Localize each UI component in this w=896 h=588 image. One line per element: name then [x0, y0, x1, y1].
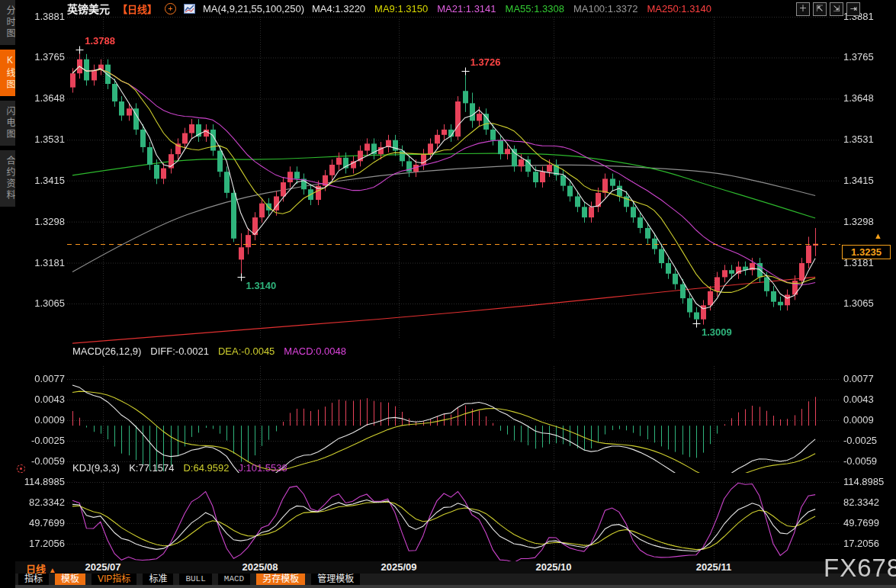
chart-toolbar-icons: ＋⇱⇲⇥ — [796, 2, 896, 16]
macd-axis-label: 0.0077 — [21, 373, 65, 384]
toolbar-button-7[interactable]: 另存模板 — [256, 574, 305, 585]
toolbar-button-5[interactable]: BULL — [179, 574, 211, 585]
price-axis-label: 1.3648 — [21, 92, 65, 104]
zoom-in-icon[interactable]: ⇱ — [813, 2, 827, 16]
price-chart-canvas[interactable] — [0, 0, 896, 588]
kdj-axis-label: 82.3342 — [21, 496, 65, 508]
macd-value: MACD:0.0048 — [284, 345, 346, 357]
price-axis-label: 1.3881 — [21, 11, 65, 22]
price-annotation-low: 1.3140 — [246, 280, 277, 291]
toolbar-button-1[interactable]: 指标 — [18, 574, 49, 585]
price-marker-arrow-icon: ▲ — [874, 231, 882, 240]
macd-dea-value: DEA:-0.0045 — [218, 345, 275, 357]
period-tag[interactable]: 【日线】 — [117, 2, 157, 16]
left-sidebar: 分时图K线图闪电图合约资料 — [0, 0, 15, 588]
macd-diff-value: DIFF:-0.0021 — [150, 345, 209, 357]
kdj-d-value: D:64.9592 — [183, 462, 229, 474]
shift-right-icon[interactable]: ⇥ — [846, 2, 860, 16]
sidebar-tab-1[interactable]: 分时图 — [0, 0, 15, 45]
kdj-axis-label: 49.7699 — [843, 517, 892, 529]
price-annotation-low: 1.3009 — [702, 326, 732, 338]
toolbar-button-4[interactable]: 标准 — [143, 574, 173, 585]
kdj-axis-label: 17.2056 — [21, 538, 65, 549]
price-annotation-high: 1.3788 — [85, 35, 115, 47]
ma-values: MA4:1.3220MA9:1.3150MA21:1.3141MA55:1.33… — [312, 3, 711, 14]
x-axis-month-label: 2025/10 — [536, 561, 572, 573]
kdj-axis-label: 82.3342 — [843, 496, 892, 508]
ma-params: MA(4,9,21,55,100,250) — [203, 3, 304, 14]
ma-value-6: MA250:1.3140 — [647, 3, 711, 14]
kdj-axis-label: 49.7699 — [21, 517, 65, 529]
price-axis-label: 1.3065 — [21, 297, 65, 309]
chart-header: 英镑美元 【日线】 + MA(4,9,21,55,100,250) MA4:1.… — [67, 0, 711, 17]
toolbar-button-6[interactable]: MACD — [218, 574, 250, 585]
price-axis-label: 1.3648 — [843, 92, 892, 104]
kdj-j-value: J:101.5538 — [238, 462, 287, 474]
sidebar-tab-4[interactable]: 合约资料 — [0, 150, 15, 207]
macd-header: MACD(26,12,9) DIFF:-0.0021 DEA:-0.0045 M… — [72, 345, 346, 357]
price-axis-label: 1.3531 — [843, 133, 892, 145]
ma-value-4: MA55:1.3308 — [506, 3, 564, 14]
toolbar-button-3[interactable]: VIP指标 — [92, 574, 136, 585]
mini-chart-icon[interactable] — [184, 4, 195, 14]
kdj-axis-label: 17.2056 — [843, 538, 892, 549]
ma-value-1: MA4:1.3220 — [312, 3, 365, 14]
x-axis-month-label: 2025/11 — [696, 561, 731, 573]
price-axis-label: 1.3415 — [21, 175, 65, 186]
macd-axis-label: 0.0043 — [21, 394, 65, 405]
macd-axis-label: 0.0009 — [843, 414, 892, 426]
kdj-header: KDJ(9,3,3) K:77.1574 D:64.9592 J:101.553… — [72, 462, 287, 474]
zoom-out-icon[interactable]: ⇲ — [830, 2, 843, 16]
price-axis-label: 1.3181 — [21, 257, 65, 268]
x-axis-row: 日线 ▲ 2025/072025/082025/092025/102025/11 — [0, 561, 896, 574]
kdj-axis-label: 114.8985 — [21, 476, 65, 487]
circle-plus-icon[interactable]: + — [165, 3, 176, 14]
price-axis-label: 1.3298 — [21, 216, 65, 227]
macd-axis-label: -0.0059 — [21, 455, 65, 467]
x-axis-month-label: 2025/08 — [242, 561, 278, 573]
fx678-watermark: FX678 — [824, 554, 896, 583]
price-axis-label: 1.3531 — [21, 133, 65, 145]
macd-axis-label: 0.0043 — [843, 394, 892, 405]
macd-axis-label: -0.0025 — [21, 435, 65, 446]
bottom-toolbar: 指标模板VIP指标标准BULLMACD另存模板管理模板 — [0, 574, 896, 585]
kdj-k-value: K:77.1574 — [129, 462, 174, 474]
pan-icon[interactable]: ＋ — [796, 2, 810, 16]
macd-axis-label: -0.0025 — [843, 435, 892, 446]
x-axis-month-label: 2025/09 — [381, 561, 417, 573]
macd-axis-label: 0.0009 — [21, 414, 65, 426]
kdj-axis-label: 114.8985 — [843, 476, 892, 487]
symbol-title: 英镑美元 — [67, 1, 110, 16]
kdj-target-icon[interactable] — [17, 464, 25, 473]
current-price-tag[interactable]: 1.3235 — [842, 245, 891, 259]
ma-value-2: MA9:1.3150 — [374, 3, 428, 14]
taskbar-edge — [0, 585, 896, 588]
toolbar-button-2[interactable]: 模板 — [55, 574, 85, 585]
macd-axis-label: -0.0059 — [843, 455, 892, 467]
kdj-name[interactable]: KDJ(9,3,3) — [72, 462, 120, 474]
sidebar-tab-3[interactable]: 闪电图 — [0, 101, 15, 146]
sidebar-tab-2[interactable]: K线图 — [0, 50, 15, 96]
ma-value-3: MA21:1.3141 — [437, 3, 496, 14]
price-axis-label: 1.3765 — [21, 51, 65, 63]
trading-app-window: 分时图K线图闪电图合约资料 英镑美元 【日线】 + MA(4,9,21,55,1… — [0, 0, 896, 588]
macd-name[interactable]: MACD(26,12,9) — [72, 345, 141, 357]
price-axis-label: 1.3415 — [843, 175, 892, 186]
price-axis-label: 1.3065 — [843, 297, 892, 309]
price-axis-label: 1.3765 — [843, 51, 892, 63]
price-axis-label: 1.3298 — [843, 216, 892, 227]
toolbar-button-8[interactable]: 管理模板 — [311, 574, 360, 585]
price-annotation-high: 1.3726 — [470, 56, 501, 68]
ma-value-5: MA100:1.3372 — [573, 3, 638, 14]
macd-axis-label: 0.0077 — [843, 373, 892, 384]
x-axis-month-label: 2025/07 — [85, 561, 121, 573]
